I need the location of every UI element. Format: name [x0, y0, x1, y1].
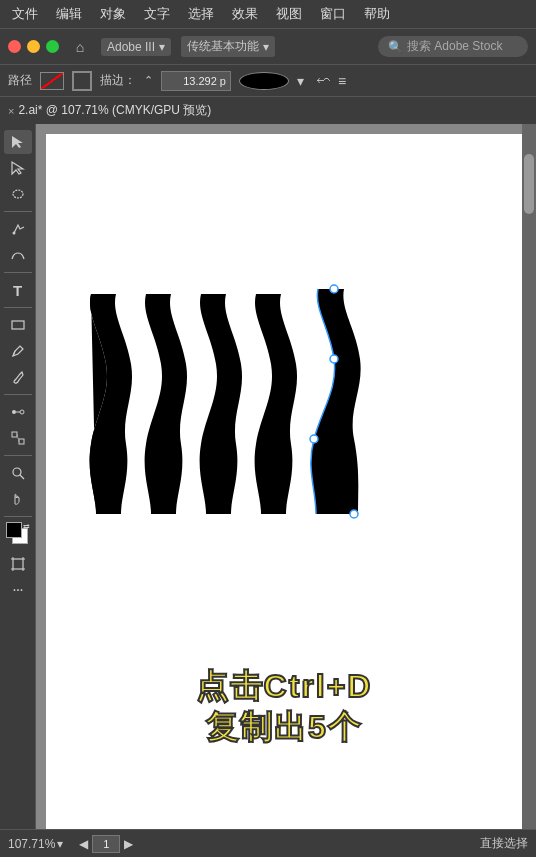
- menu-bar: 文件 编辑 对象 文字 选择 效果 视图 窗口 帮助: [0, 0, 536, 28]
- page-prev-icon[interactable]: ◀: [79, 837, 88, 851]
- svg-rect-11: [13, 559, 23, 569]
- properties-bar: 路径 描边： ⌃ ▾ ⬿ ≡: [0, 64, 536, 96]
- page-input[interactable]: [92, 835, 120, 853]
- zoom-control[interactable]: 107.71% ▾: [8, 837, 63, 851]
- menu-text[interactable]: 文字: [144, 5, 170, 23]
- type-tool-button[interactable]: T: [4, 278, 32, 302]
- svg-point-22: [310, 435, 318, 443]
- direct-selection-tool-button[interactable]: [4, 156, 32, 180]
- zoom-dropdown-icon[interactable]: ▾: [57, 837, 63, 851]
- toolbar-separator-4: [4, 394, 32, 395]
- fill-color-box: [6, 522, 22, 538]
- page-control: ◀ ▶: [79, 835, 133, 853]
- vertical-scrollbar[interactable]: [522, 124, 536, 829]
- scrollbar-thumb[interactable]: [524, 154, 534, 214]
- align-right-icon[interactable]: ≡: [338, 73, 346, 89]
- menu-select[interactable]: 选择: [188, 5, 214, 23]
- color-fill-stroke[interactable]: ⇄: [4, 522, 32, 550]
- workspace-mode-switcher[interactable]: 传统基本功能 ▾: [181, 36, 275, 57]
- blend-tool-button[interactable]: [4, 400, 32, 424]
- svg-line-8: [17, 435, 19, 442]
- title-bar: ⌂ Adobe III ▾ 传统基本功能 ▾ 🔍 搜索 Adobe Stock: [0, 28, 536, 64]
- stroke-color-swatch[interactable]: [40, 72, 64, 90]
- svg-line-10: [20, 475, 24, 479]
- svg-point-23: [350, 510, 358, 518]
- minimize-button[interactable]: [27, 40, 40, 53]
- stroke-box-indicator[interactable]: [72, 71, 92, 91]
- transform-tool-button[interactable]: [4, 426, 32, 450]
- traffic-lights: [8, 40, 59, 53]
- svg-point-21: [330, 355, 338, 363]
- toolbar-separator-6: [4, 516, 32, 517]
- pencil-tool-button[interactable]: [4, 339, 32, 363]
- stroke-up-icon[interactable]: ⌃: [144, 74, 153, 87]
- toolbar-separator-2: [4, 272, 32, 273]
- close-button[interactable]: [8, 40, 21, 53]
- toolbar-separator-5: [4, 455, 32, 456]
- current-tool-label: 直接选择: [480, 835, 528, 852]
- artboard-tool-button[interactable]: [4, 552, 32, 576]
- toolbar: T: [0, 124, 36, 829]
- menu-view[interactable]: 视图: [276, 5, 302, 23]
- svg-point-1: [12, 232, 15, 235]
- search-placeholder: 搜索 Adobe Stock: [407, 38, 502, 55]
- menu-window[interactable]: 窗口: [320, 5, 346, 23]
- canvas-white[interactable]: 点击Ctrl+D 复制出5个: [46, 134, 522, 829]
- align-left-icon[interactable]: ⬿: [316, 73, 330, 89]
- tab-bar: × 2.ai* @ 107.71% (CMYK/GPU 预览): [0, 96, 536, 124]
- menu-effect[interactable]: 效果: [232, 5, 258, 23]
- workspace-dropdown-icon: ▾: [159, 40, 165, 54]
- main-area: T: [0, 124, 536, 829]
- search-icon: 🔍: [388, 40, 403, 54]
- workspace-mode-label: 传统基本功能: [187, 38, 259, 55]
- menu-object[interactable]: 对象: [100, 5, 126, 23]
- swap-colors-icon[interactable]: ⇄: [23, 522, 30, 531]
- selection-tool-button[interactable]: [4, 130, 32, 154]
- svg-rect-6: [12, 432, 17, 437]
- status-bar: 107.71% ▾ ◀ ▶ 直接选择: [0, 829, 536, 857]
- svg-point-0: [13, 190, 23, 198]
- svg-point-4: [20, 410, 24, 414]
- maximize-button[interactable]: [46, 40, 59, 53]
- instruction-text-block: 点击Ctrl+D 复制出5个: [144, 666, 424, 749]
- workspace-mode-dropdown-icon: ▾: [263, 40, 269, 54]
- menu-edit[interactable]: 编辑: [56, 5, 82, 23]
- toolbar-separator-1: [4, 211, 32, 212]
- svg-rect-2: [12, 321, 24, 329]
- search-bar[interactable]: 🔍 搜索 Adobe Stock: [378, 36, 528, 57]
- rectangle-tool-button[interactable]: [4, 313, 32, 337]
- instruction-line-1: 点击Ctrl+D: [144, 666, 424, 708]
- svg-point-20: [330, 285, 338, 293]
- zoom-tool-button[interactable]: [4, 461, 32, 485]
- lasso-tool-button[interactable]: [4, 182, 32, 206]
- menu-help[interactable]: 帮助: [364, 5, 390, 23]
- paintbrush-tool-button[interactable]: [4, 365, 32, 389]
- stroke-preview-oval[interactable]: [239, 72, 289, 90]
- toolbar-separator-3: [4, 307, 32, 308]
- stroke-options-icon[interactable]: ▾: [297, 73, 304, 89]
- canvas-area: 点击Ctrl+D 复制出5个: [36, 124, 536, 829]
- svg-rect-7: [19, 439, 24, 444]
- home-icon[interactable]: ⌂: [69, 36, 91, 58]
- more-tools-button[interactable]: ···: [4, 578, 32, 602]
- svg-point-3: [12, 410, 16, 414]
- path-label: 路径: [8, 72, 32, 89]
- instruction-line-2: 复制出5个: [144, 707, 424, 749]
- zoom-value: 107.71%: [8, 837, 55, 851]
- stroke-label: 描边：: [100, 72, 136, 89]
- workspace-switcher[interactable]: Adobe III ▾: [101, 38, 171, 56]
- workspace-switcher-label: Adobe III: [107, 40, 155, 54]
- menu-file[interactable]: 文件: [12, 5, 38, 23]
- pen-tool-button[interactable]: [4, 217, 32, 241]
- svg-point-9: [13, 468, 21, 476]
- hand-tool-button[interactable]: [4, 487, 32, 511]
- wavy-stripes-art: [76, 274, 436, 524]
- artwork-container[interactable]: [76, 274, 436, 524]
- tab-close-button[interactable]: ×: [8, 105, 14, 117]
- page-next-icon[interactable]: ▶: [124, 837, 133, 851]
- stroke-value-input[interactable]: [161, 71, 231, 91]
- tab-title: 2.ai* @ 107.71% (CMYK/GPU 预览): [18, 102, 211, 119]
- curvature-tool-button[interactable]: [4, 243, 32, 267]
